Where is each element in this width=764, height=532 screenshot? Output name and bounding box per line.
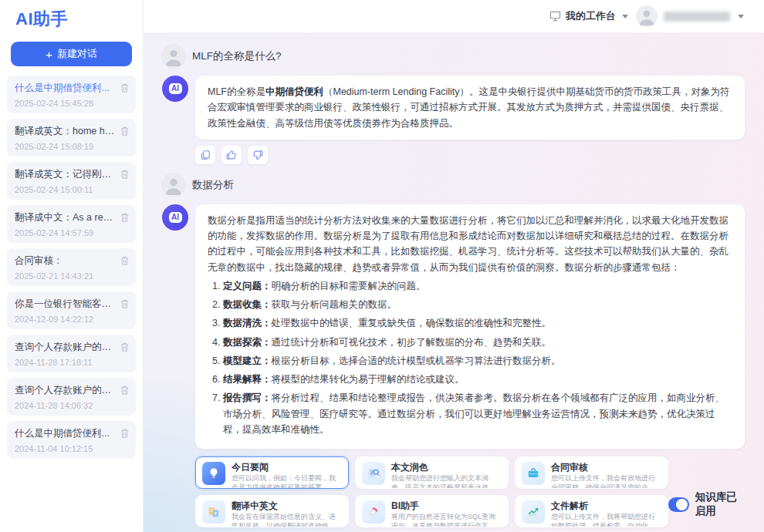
conversation-item[interactable]: 什么是中期借贷便利...2024-11-04 10:12:15 <box>7 421 136 459</box>
feature-desc: 将用户的自然语言转化为SQL查询语句，并直接与数据库进行交互，返回智能推荐的图表… <box>391 513 502 527</box>
app-window: AI助手 + 新建对话 什么是中期借贷便利...2025-02-24 15:45… <box>0 0 764 532</box>
delete-conversation-icon[interactable] <box>120 82 130 93</box>
analysis-step: 数据探索：通过统计分析和可视化技术，初步了解数据的分布、趋势和关联。 <box>223 335 732 350</box>
analysis-step: 数据收集：获取与分析问题相关的数据。 <box>223 297 732 312</box>
analysis-step: 数据清洗：处理数据中的错误、重复或缺失值，确保数据的准确性和完整性。 <box>223 315 732 331</box>
conversation-item[interactable]: 翻译成中文：As a reader...2025-02-24 14:57:59 <box>7 205 136 243</box>
feature-card-text-polish[interactable]: 本文润色 我会帮助您进行您输入的文本润色，提高文本的流畅度和表达效果。 <box>355 456 509 489</box>
analysis-step: 结果解释：将模型的结果转化为易于理解的结论或建议。 <box>223 372 732 387</box>
feature-desc: 我会帮助您进行您输入的文本润色，提高文本的流畅度和表达效果。 <box>391 474 502 489</box>
workspace-menu[interactable]: 我的工作台 <box>549 9 628 23</box>
plus-icon: + <box>46 48 52 61</box>
delete-conversation-icon[interactable] <box>120 342 130 352</box>
conversation-time: 2024-11-28 17:18:11 <box>15 358 116 367</box>
chart-up-icon <box>522 500 545 524</box>
feature-cards: 今日要闻 您可以问我，例如：今日要闻，我会尽力提供准确和可靠的答案。 本文润色 … <box>195 456 668 527</box>
feature-card-translate[interactable]: 翻译中英文 我会旨在保留原始信息的含义、语气和风格，以确保翻译的准确性和自然流畅… <box>195 495 349 527</box>
feature-desc: 我会旨在保留原始信息的含义、语气和风格，以确保翻译的准确性和自然流畅。 <box>232 513 342 527</box>
conversation-item[interactable]: 合同审核：2025-02-21 14:43:21 <box>7 248 136 286</box>
conversation-list: 什么是中期借贷便利...2025-02-24 15:45:28 翻译成英文：ho… <box>0 76 143 532</box>
conversation-time: 2025-02-24 15:45:28 <box>15 99 116 108</box>
feature-card-bi-assistant[interactable]: BI助手 将用户的自然语言转化为SQL查询语句，并直接与数据库进行交互，返回智能… <box>355 495 509 527</box>
conversation-time: 2025-02-24 15:00:11 <box>15 185 116 194</box>
thumbs-down-icon <box>252 150 263 160</box>
conversation-title: 什么是中期借贷便利... <box>15 82 116 95</box>
conversation-time: 2024-11-28 14:06:32 <box>15 401 116 410</box>
thumbs-up-button[interactable] <box>221 146 242 164</box>
conversation-item[interactable]: 你是一位银行智能客服，...2024-12-09 14:22:12 <box>7 291 136 329</box>
new-chat-button[interactable]: + 新建对话 <box>11 42 132 66</box>
feature-title: 翻译中英文 <box>232 500 342 512</box>
ai-text-bold: 中期借贷便利 <box>265 86 323 97</box>
delete-conversation-icon[interactable] <box>120 212 130 223</box>
feature-title: 本文润色 <box>391 462 502 473</box>
pie-chart-icon <box>362 500 385 524</box>
translate-icon <box>202 500 225 524</box>
main-panel: 我的工作台 MLF的全称是什么? AI <box>144 0 764 532</box>
conversation-item[interactable]: 查询个人存款账户的最新...2024-11-28 14:06:32 <box>7 378 136 416</box>
ai-avatar: AI <box>162 204 188 231</box>
feature-card-today-news[interactable]: 今日要闻 您可以问我，例如：今日要闻，我会尽力提供准确和可靠的答案。 <box>195 456 349 489</box>
conversation-title: 翻译成中文：As a reader... <box>15 211 116 224</box>
conversation-item[interactable]: 什么是中期借贷便利...2025-02-24 15:45:28 <box>7 76 136 113</box>
ai-message-card: 数据分析是指用适当的统计分析方法对收集来的大量数据进行分析，将它们加以汇总和理解… <box>195 204 745 449</box>
feature-title: 合同审核 <box>551 462 661 473</box>
delete-conversation-icon[interactable] <box>120 298 130 309</box>
conversation-title: 翻译成英文：home home <box>15 125 116 138</box>
ai-message: AI 数据分析是指用适当的统计分析方法对收集来的大量数据进行分析，将它们加以汇总… <box>162 204 745 449</box>
feature-desc: 您可以上传文件，我将帮助您进行如数据处理、信息检索、自动化办公等。 <box>551 513 661 527</box>
feature-card-contract-review[interactable]: 合同审核 您可以上传文件，我会有效地进行合同审核，确保合同满足您的业务需求。 <box>515 456 668 489</box>
chat-area: MLF的全称是什么? AI MLF的全称是中期借贷便利（Medium-term … <box>144 32 764 532</box>
conversation-title: 你是一位银行智能客服，... <box>15 298 116 311</box>
feature-desc: 您可以问我，例如：今日要闻，我会尽力提供准确和可靠的答案。 <box>232 474 342 489</box>
new-chat-label: 新建对话 <box>57 47 97 61</box>
user-message: 数据分析 <box>162 173 745 197</box>
feature-title: 文件解析 <box>551 500 661 512</box>
chevron-down-icon <box>738 15 744 19</box>
feature-card-file-parse[interactable]: 文件解析 您可以上传文件，我将帮助您进行如数据处理、信息检索、自动化办公等。 <box>515 495 668 527</box>
delete-conversation-icon[interactable] <box>120 255 130 266</box>
knowledge-base-label: 知识库已启用 <box>695 490 742 518</box>
monitor-icon <box>549 11 561 22</box>
user-message: MLF的全称是什么? <box>162 45 745 68</box>
feature-desc: 您可以上传文件，我会有效地进行合同审核，确保合同满足您的业务需求。 <box>551 474 661 489</box>
analysis-step: 定义问题：明确分析的目标和需要解决的问题。 <box>223 278 732 294</box>
delete-conversation-icon[interactable] <box>120 126 130 136</box>
workspace-label: 我的工作台 <box>566 9 616 23</box>
knowledge-base-toggle[interactable] <box>668 497 689 512</box>
feature-title: 今日要闻 <box>232 462 342 473</box>
conversation-title: 合同审核： <box>15 254 116 268</box>
conversation-item[interactable]: 查询个人存款账户的最新...2024-11-28 17:18:11 <box>7 335 136 372</box>
conversation-time: 2025-02-24 14:57:59 <box>15 228 116 237</box>
copy-icon <box>200 150 211 160</box>
conversation-item[interactable]: 翻译成英文：记得刚开始...2025-02-24 15:00:11 <box>7 162 136 200</box>
user-menu[interactable] <box>636 5 744 27</box>
analysis-step: 报告撰写：将分析过程、结果和结论整理成报告，供决策者参考。数据分析在各个领域都有… <box>223 390 732 437</box>
user-avatar <box>162 45 185 68</box>
conversation-item[interactable]: 翻译成英文：home home2025-02-24 15:08:19 <box>7 119 136 157</box>
analysis-step: 模型建立：根据分析目标，选择合适的统计模型或机器学习算法进行数据分析。 <box>223 353 732 369</box>
conversation-title: 什么是中期借贷便利... <box>15 427 116 440</box>
bulb-icon <box>202 462 225 485</box>
knowledge-base-toggle-group: 知识库已启用 <box>668 490 745 518</box>
app-logo: AI助手 <box>0 0 143 34</box>
ai-message-card: MLF的全称是中期借贷便利（Medium-term Lending Facili… <box>195 76 745 140</box>
delete-conversation-icon[interactable] <box>120 385 130 396</box>
polish-icon <box>362 462 385 485</box>
delete-conversation-icon[interactable] <box>120 428 130 439</box>
conversation-time: 2024-12-09 14:22:12 <box>15 315 116 324</box>
delete-conversation-icon[interactable] <box>120 169 130 180</box>
sidebar: AI助手 + 新建对话 什么是中期借贷便利...2025-02-24 15:45… <box>0 0 144 532</box>
conversation-time: 2025-02-24 15:08:19 <box>15 142 116 151</box>
feature-title: BI助手 <box>391 500 502 512</box>
ai-text: 数据分析是指用适当的统计分析方法对收集来的大量数据进行分析，将它们加以汇总和理解… <box>208 215 729 273</box>
thumbs-down-button[interactable] <box>248 146 268 164</box>
user-name-redacted <box>664 12 730 22</box>
ai-message: AI MLF的全称是中期借贷便利（Medium-term Lending Fac… <box>162 76 745 140</box>
topbar: 我的工作台 <box>144 0 764 32</box>
user-message-text: MLF的全称是什么? <box>192 49 282 63</box>
copy-button[interactable] <box>195 146 215 164</box>
thumbs-up-icon <box>226 150 237 160</box>
conversation-title: 翻译成英文：记得刚开始... <box>15 168 116 181</box>
analysis-steps-list: 定义问题：明确分析的目标和需要解决的问题。数据收集：获取与分析问题相关的数据。数… <box>208 278 732 437</box>
